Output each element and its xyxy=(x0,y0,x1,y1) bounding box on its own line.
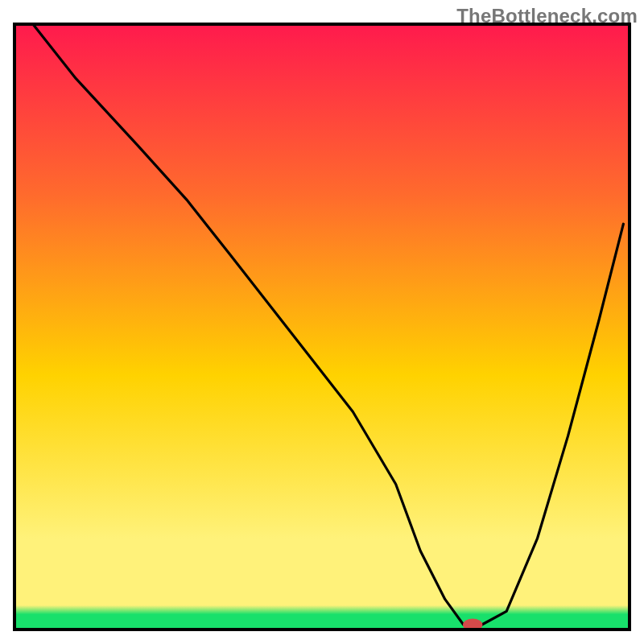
chart-svg xyxy=(0,0,644,644)
watermark-label: TheBottleneck.com xyxy=(456,5,638,27)
chart-root: TheBottleneck.com xyxy=(0,0,644,644)
